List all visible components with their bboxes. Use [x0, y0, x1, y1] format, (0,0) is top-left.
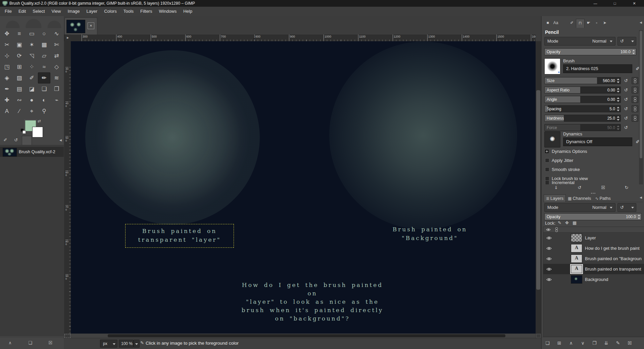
- spinner-icon[interactable]: [632, 50, 635, 54]
- default-colors-icon[interactable]: [21, 129, 26, 133]
- panel-tab[interactable]: ▦Channels: [566, 195, 593, 202]
- dock-button[interactable]: ❏: [20, 337, 40, 349]
- tool-button[interactable]: ▣: [13, 39, 26, 50]
- horizontal-ruler[interactable]: 3004005006007008009001000110012001300140…: [71, 35, 536, 42]
- unit-select[interactable]: px: [100, 340, 117, 348]
- quick-mask-toggle[interactable]: [64, 334, 70, 338]
- tool-button[interactable]: ✐: [26, 72, 38, 83]
- canvas-viewport[interactable]: Brush painted on transparent "layer" Bru…: [71, 41, 536, 334]
- layer-mode-select[interactable]: Mode Normal: [544, 203, 615, 212]
- link-toggle[interactable]: [632, 77, 638, 84]
- minimize-button[interactable]: —: [586, 0, 605, 7]
- panel-tab[interactable]: ∿Paths: [593, 195, 612, 202]
- opacity-slider[interactable]: Opacity 100.0: [544, 48, 636, 55]
- layers-button[interactable]: ✎: [612, 337, 624, 349]
- dock-tab[interactable]: [560, 19, 568, 27]
- eye-icon[interactable]: [546, 236, 552, 241]
- dynamics-options-expander[interactable]: Dynamics Options: [552, 149, 587, 154]
- tool-button[interactable]: ⊞: [13, 61, 26, 72]
- collapse-icon[interactable]: ◀: [640, 196, 642, 199]
- tool-button[interactable]: ▭: [26, 28, 38, 39]
- tool-button[interactable]: ✚: [1, 95, 13, 106]
- tool-button[interactable]: ▨: [13, 72, 26, 83]
- expander-icon[interactable]: [545, 150, 549, 153]
- lock-position-icon[interactable]: ✥: [565, 220, 569, 225]
- lock-alpha-icon[interactable]: ▩: [573, 220, 577, 225]
- option-slider[interactable]: Hardness 25.0: [544, 115, 621, 122]
- eye-column-icon[interactable]: [545, 227, 552, 232]
- tool-button[interactable]: ⊹: [1, 50, 13, 61]
- tool-button[interactable]: ✶: [26, 39, 38, 50]
- layer-row[interactable]: Background: [543, 274, 644, 285]
- tool-button[interactable]: A: [1, 106, 13, 117]
- dynamics-name-field[interactable]: Dynamics Off: [563, 137, 632, 146]
- layers-button[interactable]: ❐: [589, 337, 600, 349]
- tool-button[interactable]: ✒: [1, 83, 13, 95]
- layer-row[interactable]: How do I get the brush paint: [543, 243, 644, 253]
- tool-button[interactable]: ⇄: [50, 50, 63, 61]
- link-toggle[interactable]: [632, 105, 638, 112]
- menu-item[interactable]: Windows: [155, 7, 180, 16]
- tab-tool-options[interactable]: ✐: [1, 136, 10, 144]
- tool-button[interactable]: ❏: [38, 83, 50, 95]
- eye-icon[interactable]: [546, 267, 552, 272]
- zoom-input[interactable]: 100 %: [119, 340, 134, 348]
- tool-button[interactable]: ∕: [13, 106, 26, 117]
- menu-item[interactable]: Help: [180, 7, 196, 16]
- checkbox[interactable]: [545, 180, 549, 184]
- reset-icon[interactable]: ↺: [624, 125, 628, 130]
- tool-button[interactable]: ≈: [38, 61, 50, 72]
- tool-options-button[interactable]: ☒: [591, 185, 615, 190]
- tool-button[interactable]: ✂: [1, 39, 13, 50]
- image-tab[interactable]: ✕: [64, 17, 97, 35]
- menu-item[interactable]: Layer: [83, 7, 101, 16]
- menu-item[interactable]: Tools: [120, 7, 137, 16]
- close-button[interactable]: ✕: [625, 0, 644, 7]
- tool-button[interactable]: ●: [26, 95, 38, 106]
- tool-button[interactable]: ◳: [1, 61, 13, 72]
- tool-options-button[interactable]: ↺: [568, 185, 591, 190]
- brush-thumbnail[interactable]: +: [544, 58, 560, 74]
- dock-tab[interactable]: ☛: [585, 19, 593, 27]
- tool-button[interactable]: ⟳: [13, 50, 26, 61]
- menu-item[interactable]: Image: [64, 7, 83, 16]
- reset-icon[interactable]: ↺: [624, 88, 628, 93]
- link-toggle[interactable]: [632, 115, 638, 122]
- layers-button[interactable]: ⇊: [600, 337, 612, 349]
- menu-item[interactable]: Select: [29, 7, 48, 16]
- panel-tab[interactable]: ≣Layers: [544, 194, 566, 202]
- tool-button[interactable]: ◈: [1, 72, 13, 83]
- layers-button[interactable]: ☒: [624, 337, 636, 349]
- dock-tab[interactable]: ▫: [593, 19, 601, 27]
- brush-name-field[interactable]: 2. Hardness 025: [563, 64, 632, 73]
- tool-options-button[interactable]: ⇓: [544, 185, 568, 190]
- dock-tab[interactable]: ➤: [601, 19, 609, 27]
- tab-undo-history[interactable]: ↺: [11, 136, 21, 144]
- tool-button[interactable]: ○: [38, 28, 50, 39]
- menu-item[interactable]: Filters: [137, 7, 155, 16]
- tab-images[interactable]: [22, 136, 32, 145]
- collapse-icon[interactable]: ◀: [59, 138, 62, 142]
- reset-icon[interactable]: ↺: [624, 106, 628, 111]
- dynamics-thumbnail[interactable]: ✺: [544, 131, 560, 148]
- scrollbar-thumb[interactable]: [108, 334, 505, 337]
- option-slider[interactable]: Spacing 5.0: [544, 105, 621, 112]
- layer-mode-reset-button[interactable]: ↺: [617, 203, 636, 212]
- tool-button[interactable]: ≡: [13, 28, 26, 39]
- tool-button[interactable]: ✄: [50, 39, 63, 50]
- spinner-icon[interactable]: [617, 107, 620, 111]
- layer-opacity-slider[interactable]: Opacity 100.0: [544, 213, 642, 220]
- tool-options-scrollbar[interactable]: [639, 30, 643, 184]
- zoom-select[interactable]: [134, 340, 140, 348]
- tool-button[interactable]: ⚲: [38, 106, 50, 117]
- tool-button[interactable]: ∿: [50, 28, 63, 39]
- vertical-ruler[interactable]: 300400500600700800900: [64, 41, 71, 334]
- spinner-icon[interactable]: [617, 97, 620, 102]
- reset-icon[interactable]: ↺: [624, 97, 628, 102]
- tool-button[interactable]: ▩: [38, 39, 50, 50]
- tool-button[interactable]: ⌁: [50, 95, 63, 106]
- tool-button[interactable]: ✏: [38, 72, 50, 83]
- navigation-button[interactable]: [536, 334, 541, 338]
- tool-button[interactable]: ✥: [1, 28, 13, 39]
- tool-options-button[interactable]: ↻: [615, 185, 638, 190]
